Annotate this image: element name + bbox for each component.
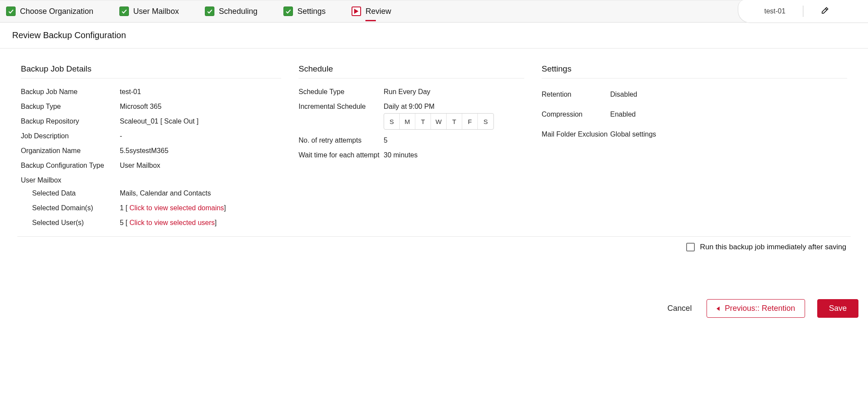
value: Scaleout_01 [ Scale Out ] (120, 117, 281, 125)
kv-backup-type: Backup Type Microsoft 365 (21, 99, 281, 114)
value: Mails, Calendar and Contacts (120, 189, 281, 197)
step-scheduling[interactable]: Scheduling (205, 7, 257, 16)
check-icon (119, 7, 129, 16)
kv-selected-data: Selected Data Mails, Calendar and Contac… (21, 186, 281, 201)
label: Mail Folder Exclusion (542, 130, 610, 138)
value: 30 minutes (384, 151, 524, 159)
run-immediately-checkbox[interactable] (686, 243, 695, 251)
footer-actions: Cancel Previous:: Retention Save (0, 251, 868, 329)
chevron-left-icon (717, 306, 720, 311)
kv-backup-job-name: Backup Job Name test-01 (21, 85, 281, 99)
label: Organization Name (21, 147, 120, 155)
run-immediately-label: Run this backup job immediately after sa… (700, 243, 846, 251)
step-label: Scheduling (219, 7, 257, 16)
day-th: T (447, 114, 462, 129)
kv-wait-time: Wait time for each attempt 30 minutes (299, 148, 524, 163)
step-label: Choose Organization (20, 7, 93, 16)
cancel-button[interactable]: Cancel (665, 300, 694, 317)
group-user-mailbox: User Mailbox (21, 173, 281, 186)
value: - (120, 132, 281, 140)
day-m: M (400, 114, 415, 129)
suffix: ] (224, 204, 226, 212)
count-prefix: 1 [ (120, 204, 129, 212)
value: test-01 (120, 88, 281, 96)
label: Incremental Schedule (299, 103, 384, 111)
day-sa: S (478, 114, 493, 129)
edit-icon[interactable] (821, 6, 829, 16)
value: Run Every Day (384, 88, 524, 96)
value: 1 [ Click to view selected domains] (120, 204, 281, 212)
divider (803, 6, 803, 17)
kv-organization-name: Organization Name 5.5systestM365 (21, 143, 281, 158)
col-settings: Settings Retention Disabled Compression … (542, 64, 847, 230)
col-backup-job-details: Backup Job Details Backup Job Name test-… (21, 64, 281, 230)
job-title-tab: test-01 (738, 0, 868, 23)
label: Backup Job Name (21, 88, 120, 96)
previous-button-label: Previous:: Retention (725, 304, 795, 313)
check-icon (283, 7, 293, 16)
step-settings[interactable]: Settings (283, 7, 326, 16)
value: Disabled (610, 91, 847, 98)
step-label: Review (365, 7, 391, 16)
kv-retention: Retention Disabled (542, 85, 847, 104)
day-f: F (462, 114, 478, 129)
kv-backup-repository: Backup Repository Scaleout_01 [ Scale Ou… (21, 114, 281, 129)
day-w: W (431, 114, 447, 129)
section-title: Schedule (299, 64, 524, 78)
review-grid: Backup Job Details Backup Job Name test-… (0, 49, 868, 230)
save-button[interactable]: Save (817, 299, 858, 318)
label: Job Description (21, 132, 120, 140)
step-label: User Mailbox (133, 7, 179, 16)
view-users-link[interactable]: Click to view selected users (129, 219, 215, 226)
kv-incremental-schedule: Incremental Schedule Daily at 9:00 PM S … (299, 99, 524, 133)
check-icon (205, 7, 214, 16)
view-domains-link[interactable]: Click to view selected domains (129, 204, 224, 212)
value: Enabled (610, 111, 847, 118)
suffix: ] (215, 219, 217, 226)
value: Global settings (610, 130, 847, 138)
kv-job-description: Job Description - (21, 129, 281, 143)
section-title: Backup Job Details (21, 64, 281, 78)
label: Selected User(s) (32, 219, 120, 227)
label: Selected Data (32, 189, 120, 197)
job-name-short: test-01 (764, 7, 786, 15)
previous-button[interactable]: Previous:: Retention (707, 299, 805, 318)
kv-compression: Compression Enabled (542, 104, 847, 124)
value: 5 [ Click to view selected users] (120, 219, 281, 227)
kv-schedule-type: Schedule Type Run Every Day (299, 85, 524, 99)
run-immediately-row: Run this backup job immediately after sa… (0, 237, 868, 251)
label: Backup Configuration Type (21, 162, 120, 170)
label: No. of retry attempts (299, 137, 384, 144)
day-t: T (415, 114, 431, 129)
kv-retry-attempts: No. of retry attempts 5 (299, 133, 524, 148)
days-of-week: S M T W T F S (384, 113, 494, 130)
check-icon (6, 7, 16, 16)
kv-selected-users: Selected User(s) 5 [ Click to view selec… (21, 215, 281, 230)
kv-backup-config-type: Backup Configuration Type User Mailbox (21, 158, 281, 173)
value: Daily at 9:00 PM S M T W T F S (384, 103, 524, 130)
day-s: S (384, 114, 400, 129)
value: 5 (384, 137, 524, 144)
value: User Mailbox (120, 162, 281, 170)
kv-mail-folder-exclusion: Mail Folder Exclusion Global settings (542, 124, 847, 144)
label: Backup Repository (21, 117, 120, 125)
kv-selected-domains: Selected Domain(s) 1 [ Click to view sel… (21, 201, 281, 215)
wizard-step-bar: Choose Organization User Mailbox Schedul… (0, 0, 868, 23)
label: Compression (542, 111, 610, 118)
col-schedule: Schedule Schedule Type Run Every Day Inc… (299, 64, 524, 230)
label: Retention (542, 91, 610, 98)
label: Backup Type (21, 103, 120, 111)
value: Microsoft 365 (120, 103, 281, 111)
step-label: Settings (297, 7, 326, 16)
section-title: Settings (542, 64, 847, 78)
step-user-mailbox[interactable]: User Mailbox (119, 7, 179, 16)
label: Schedule Type (299, 88, 384, 96)
value: 5.5systestM365 (120, 147, 281, 155)
play-icon (352, 7, 361, 16)
incremental-value: Daily at 9:00 PM (384, 103, 434, 110)
label: Wait time for each attempt (299, 151, 384, 159)
count-prefix: 5 [ (120, 219, 129, 226)
step-choose-organization[interactable]: Choose Organization (6, 7, 93, 16)
step-review[interactable]: Review (352, 7, 391, 16)
page-title: Review Backup Configuration (0, 23, 868, 49)
